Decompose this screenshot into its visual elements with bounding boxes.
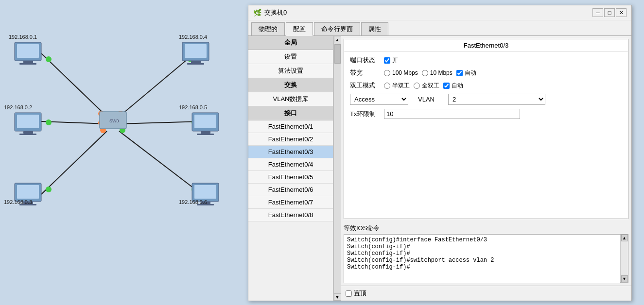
ios-scroll-up[interactable]: ▲: [621, 235, 628, 241]
ios-scroll-down[interactable]: ▼: [621, 275, 628, 282]
ios-section: 等效IOS命令 Switch(config)#interface FastEth…: [344, 224, 628, 283]
sidebar-section-switch[interactable]: 交换: [248, 78, 333, 92]
ios-line-4: Switch(config-if)#switchport access vlan…: [347, 257, 617, 264]
bandwidth-auto-checkbox[interactable]: [456, 70, 463, 76]
scroll-down-arrow[interactable]: ▼: [334, 293, 341, 301]
sidebar-item-fe01[interactable]: FastEthernet0/1: [248, 120, 333, 133]
bandwidth-auto-label: 自动: [465, 69, 476, 77]
bandwidth-100-group: 100 Mbps: [384, 69, 418, 76]
scroll-thumb[interactable]: [334, 44, 341, 64]
duplex-label: 双工模式: [350, 81, 384, 90]
port-status-label: 端口状态: [350, 56, 384, 65]
sidebar-item-fe02[interactable]: FastEthernet0/2: [248, 133, 333, 146]
svg-text:SW0: SW0: [109, 119, 119, 123]
sidebar-item-algo[interactable]: 算法设置: [248, 64, 333, 78]
svg-rect-38: [187, 63, 204, 65]
topology-svg: SW0 192.168.0.1 192.168.0.2 192.168.0.3 …: [0, 0, 243, 305]
dialog-title: 交换机0: [264, 8, 592, 17]
dialog-body: 全局 设置 算法设置 交换 VLAN数据库 接口 FastEthernet0/1…: [248, 36, 631, 301]
svg-point-8: [46, 186, 52, 192]
svg-rect-37: [191, 61, 201, 63]
tx-label: Tx环限制: [350, 110, 384, 119]
ios-line-2: Switch(config-if)#: [347, 243, 617, 250]
bandwidth-row: 带宽 100 Mbps 10 Mbps: [350, 68, 622, 77]
dialog-tabs: 物理的 配置 命令行界面 属性: [248, 20, 631, 36]
svg-text:192.168.0.3: 192.168.0.3: [4, 199, 32, 205]
svg-line-5: [119, 131, 202, 194]
duplex-options: 半双工 全双工 自动: [384, 82, 622, 90]
svg-line-0: [41, 53, 107, 117]
svg-rect-22: [23, 61, 33, 63]
sidebar-item-fe08[interactable]: FastEthernet0/8: [248, 209, 333, 221]
sidebar-item-fe03[interactable]: FastEthernet0/3: [248, 146, 333, 158]
bandwidth-label: 带宽: [350, 68, 384, 77]
bandwidth-10-radio[interactable]: [422, 70, 428, 76]
scroll-up-arrow[interactable]: ▲: [334, 36, 341, 43]
port-fields: 端口状态 开 带宽: [344, 52, 628, 127]
port-status-checkbox[interactable]: [384, 57, 390, 64]
svg-rect-26: [17, 115, 39, 128]
sidebar-item-vlan-db[interactable]: VLAN数据库: [248, 92, 333, 106]
duplex-auto-label: 自动: [452, 82, 463, 90]
svg-text:192.168.0.1: 192.168.0.1: [9, 34, 37, 40]
ios-line-3: Switch(config-if)#: [347, 250, 617, 257]
ios-terminal[interactable]: Switch(config)#interface FastEthernet0/3…: [344, 235, 620, 283]
duplex-half-radio[interactable]: [384, 83, 390, 89]
dialog-titlebar: 🌿 交换机0 ─ □ ✕: [248, 5, 631, 20]
mode-vlan-row: Access Trunk VLAN 1 2 3: [350, 94, 622, 105]
sidebar-scrollbar[interactable]: ▲ ▼: [333, 36, 341, 301]
sidebar-item-fe05[interactable]: FastEthernet0/5: [248, 171, 333, 184]
ios-scrollbar[interactable]: ▲ ▼: [620, 235, 628, 282]
sidebar: 全局 设置 算法设置 交换 VLAN数据库 接口 FastEthernet0/1…: [248, 36, 333, 301]
svg-rect-27: [23, 131, 33, 134]
vlan-select[interactable]: 1 2 3: [448, 94, 545, 105]
topology-area: SW0 192.168.0.1 192.168.0.2 192.168.0.3 …: [0, 0, 243, 305]
bandwidth-100-label: 100 Mbps: [392, 69, 418, 76]
sidebar-section-interface[interactable]: 接口: [248, 106, 333, 120]
svg-rect-36: [185, 44, 207, 58]
bandwidth-100-radio[interactable]: [384, 70, 390, 76]
sidebar-section-global[interactable]: 全局: [248, 36, 333, 50]
duplex-half-group: 半双工: [384, 82, 410, 90]
right-panel: FastEthernet0/3 端口状态 开: [341, 36, 631, 301]
close-button[interactable]: ✕: [616, 8, 627, 17]
sidebar-item-fe06[interactable]: FastEthernet0/6: [248, 184, 333, 196]
svg-rect-46: [194, 185, 216, 199]
svg-rect-31: [17, 185, 39, 199]
sidebar-item-fe07[interactable]: FastEthernet0/7: [248, 196, 333, 209]
svg-point-6: [46, 56, 52, 62]
duplex-auto-group: 自动: [443, 82, 463, 90]
duplex-full-group: 全双工: [414, 82, 439, 90]
port-status-checkbox-group: 开: [384, 56, 398, 65]
maximize-button[interactable]: □: [604, 8, 615, 17]
svg-rect-21: [17, 44, 39, 58]
svg-text:192.168.0.6: 192.168.0.6: [179, 199, 207, 205]
tx-input[interactable]: 10: [384, 109, 520, 119]
duplex-row: 双工模式 半双工 全双工: [350, 81, 622, 90]
tx-row: Tx环限制 10: [350, 109, 622, 119]
duplex-auto-checkbox[interactable]: [443, 83, 450, 89]
port-status-on-label: 开: [392, 56, 398, 65]
bandwidth-10-group: 10 Mbps: [422, 69, 453, 76]
pin-checkbox[interactable]: [346, 290, 352, 297]
port-status-options: 开: [384, 56, 622, 65]
ios-label: 等效IOS命令: [344, 224, 628, 233]
tab-attributes[interactable]: 属性: [361, 22, 388, 35]
pin-text: 置顶: [354, 289, 366, 298]
bandwidth-options: 100 Mbps 10 Mbps 自动: [384, 69, 622, 77]
minimize-button[interactable]: ─: [592, 8, 603, 17]
port-title: FastEthernet0/3: [344, 39, 628, 52]
mode-select[interactable]: Access Trunk: [350, 94, 408, 105]
tab-cli[interactable]: 命令行界面: [314, 22, 360, 35]
svg-rect-41: [194, 115, 216, 128]
tab-physical[interactable]: 物理的: [251, 22, 285, 35]
sidebar-item-fe04[interactable]: FastEthernet0/4: [248, 158, 333, 171]
duplex-full-radio[interactable]: [414, 83, 420, 89]
ios-line-1: Switch(config)#interface FastEthernet0/3: [347, 237, 617, 243]
pin-label[interactable]: 置顶: [346, 289, 366, 298]
port-config-area: FastEthernet0/3 端口状态 开: [344, 39, 628, 219]
duplex-half-label: 半双工: [392, 82, 410, 90]
sidebar-item-settings[interactable]: 设置: [248, 50, 333, 64]
tab-config[interactable]: 配置: [286, 22, 313, 36]
ios-terminal-wrapper: Switch(config)#interface FastEthernet0/3…: [344, 234, 628, 283]
